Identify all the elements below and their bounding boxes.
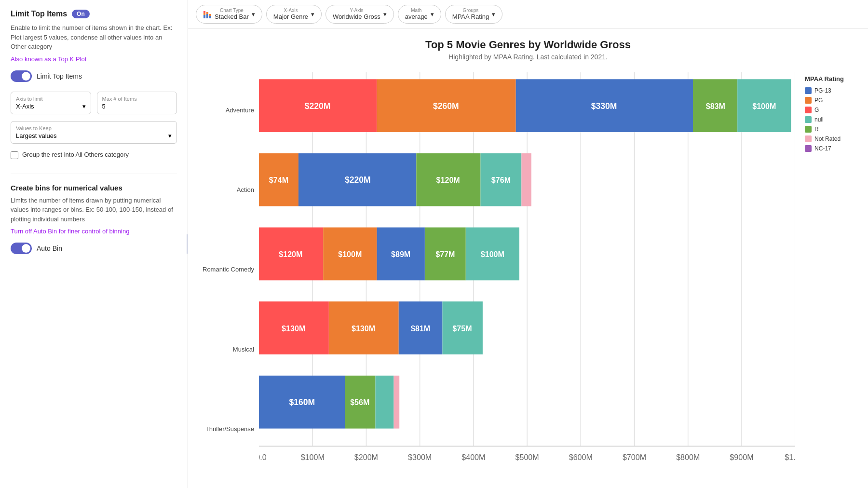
legend-label-g: G <box>814 107 819 113</box>
chevron-down-icon: ▾ <box>82 103 86 110</box>
label-action-r: $120M <box>436 176 460 184</box>
x-tick-100: $100M <box>301 453 325 461</box>
chevron-icon-groups: ▾ <box>492 11 495 18</box>
bar-action-notrated <box>521 153 531 206</box>
groups-button[interactable]: Groups MPAA Rating ▾ <box>445 5 502 24</box>
x-tick-500: $500M <box>515 453 539 461</box>
label-mus-pg13: $81M <box>411 324 430 333</box>
svg-rect-0 <box>203 15 205 18</box>
max-items-input[interactable]: Max # of Items <box>97 92 177 114</box>
legend-label-null: null <box>814 116 824 123</box>
max-items-label: Max # of Items <box>102 96 172 102</box>
auto-bin-toggle-row: Auto Bin <box>11 243 177 254</box>
x-axis-value: Major Genre <box>273 13 308 20</box>
chevron-icon-chart: ▾ <box>252 11 255 18</box>
legend-title: MPAA Rating <box>805 75 844 82</box>
legend-item-pg: PG <box>805 97 844 104</box>
x-tick-700: $700M <box>623 453 646 461</box>
legend-item-r: R <box>805 126 844 133</box>
limit-top-title: Limit Top Items <box>11 10 67 18</box>
math-value: average <box>405 13 428 20</box>
y-axis-button[interactable]: Y-Axis Worldwide Gross ▾ <box>326 5 394 24</box>
axis-to-limit-select[interactable]: Axis to limit X-Axis ▾ <box>11 92 91 114</box>
label-rc-pg: $100M <box>338 250 362 258</box>
legend: MPAA Rating PG-13 PG G null <box>795 70 854 483</box>
bins-section-desc: Limits the number of items drawn by putt… <box>11 196 177 224</box>
label-adventure-pg: $260M <box>433 101 459 111</box>
chart-svg: $220M $260M $330M $83M <box>259 70 795 483</box>
collapse-panel-button[interactable]: ‹ <box>187 234 188 254</box>
chart-svg-wrapper: $220M $260M $330M $83M <box>259 70 795 483</box>
legend-swatch-null <box>805 116 812 123</box>
max-items-field[interactable] <box>102 103 172 110</box>
legend-item-g: G <box>805 107 844 113</box>
limit-top-toggle-label: Limit Top Items <box>37 72 82 80</box>
y-label-action: Action <box>203 186 254 193</box>
svg-rect-4 <box>206 12 208 14</box>
chart-type-value: Stacked Bar <box>215 13 249 20</box>
label-adventure-g: $220M <box>305 101 331 111</box>
svg-rect-1 <box>203 13 205 15</box>
x-axis-button[interactable]: X-Axis Major Genre ▾ <box>266 5 322 24</box>
label-rc-pg13: $89M <box>391 250 410 258</box>
values-to-keep-label: Values to Keep <box>16 125 172 131</box>
label-action-null: $76M <box>491 176 511 184</box>
group-rest-label: Group the rest into All Others category <box>22 150 129 159</box>
label-rc-null: $100M <box>481 250 504 258</box>
chart-type-button[interactable]: Chart Type Stacked Bar ▾ <box>196 5 262 24</box>
legend-item-pg13: PG-13 <box>805 87 844 94</box>
svg-rect-5 <box>209 16 211 18</box>
x-tick-1g: $1.0G <box>785 453 795 461</box>
group-rest-checkbox[interactable] <box>11 151 18 159</box>
legend-label-not-rated: Not Rated <box>814 136 841 142</box>
label-adventure-pg13: $330M <box>591 101 617 111</box>
auto-bin-link[interactable]: Turn off Auto Bin for finer control of b… <box>11 228 177 235</box>
math-button[interactable]: Math average ▾ <box>398 5 441 24</box>
limit-top-header: Limit Top Items On <box>11 10 177 18</box>
legend-label-r: R <box>814 126 819 133</box>
legend-label-nc17: NC-17 <box>814 145 831 152</box>
label-mus-g: $130M <box>282 324 305 333</box>
chevron-icon-y: ▾ <box>383 11 387 18</box>
x-tick-800: $800M <box>676 453 700 461</box>
chart-container: Top 5 Movie Genres by Worldwide Gross Hi… <box>188 29 868 488</box>
y-label-adventure: Adventure <box>203 107 254 114</box>
bar-thr-notrated <box>393 376 399 429</box>
axis-to-limit-label: Axis to limit <box>16 96 86 102</box>
chevron-icon-x: ▾ <box>311 11 314 18</box>
top-k-link[interactable]: Also known as a Top K Plot <box>11 55 177 63</box>
x-tick-900: $900M <box>730 453 753 461</box>
x-tick-300: $300M <box>408 453 432 461</box>
chart-subtitle: Highlighted by MPAA Rating. Last calcula… <box>203 53 854 61</box>
group-rest-row: Group the rest into All Others category <box>11 150 177 159</box>
svg-rect-3 <box>206 14 208 18</box>
auto-bin-label: Auto Bin <box>37 244 62 252</box>
values-to-keep-select[interactable]: Values to Keep Largest values ▾ <box>11 121 177 144</box>
limit-top-toggle[interactable] <box>11 70 32 82</box>
legend-item-nc17: NC-17 <box>805 145 844 152</box>
x-tick-600: $600M <box>569 453 593 461</box>
legend-swatch-pg13 <box>805 87 812 94</box>
section-divider <box>11 174 177 174</box>
chart-title: Top 5 Movie Genres by Worldwide Gross <box>203 39 854 51</box>
legend-label-pg: PG <box>814 97 823 104</box>
label-adventure-null: $100M <box>752 102 776 110</box>
legend-swatch-nc17 <box>805 145 812 152</box>
svg-rect-6 <box>209 14 211 16</box>
y-label-thriller: Thriller/Suspense <box>203 425 254 433</box>
svg-rect-2 <box>203 11 205 13</box>
groups-value: MPAA Rating <box>452 13 489 20</box>
bins-section-title: Create bins for numerical values <box>11 184 177 192</box>
legend-swatch-r <box>805 126 812 133</box>
y-label-romantic-comedy: Romantic Comedy <box>203 266 254 273</box>
groups-label: Groups <box>452 8 489 13</box>
x-tick-200: $200M <box>354 453 378 461</box>
chevron-down-icon-2: ▾ <box>168 132 172 139</box>
legend-swatch-pg <box>805 97 812 104</box>
toggle-on-badge: On <box>72 10 90 18</box>
auto-bin-toggle[interactable] <box>11 243 32 254</box>
label-adventure-r: $83M <box>706 102 725 110</box>
y-axis-labels: Adventure Action Romantic Comedy Musical… <box>203 70 259 483</box>
x-tick-0: $0.0 <box>259 453 267 461</box>
axis-controls-row: Axis to limit X-Axis ▾ Max # of Items <box>11 92 177 114</box>
